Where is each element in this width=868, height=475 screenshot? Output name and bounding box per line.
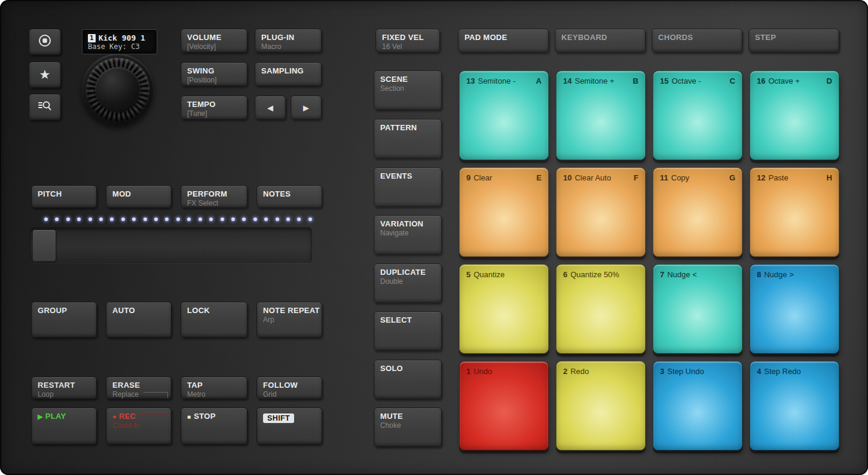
swing-sublabel: [Position] xyxy=(187,76,241,84)
mute-button[interactable]: MUTE Choke xyxy=(374,407,442,447)
pad-3-step-undo[interactable]: 3Step Undo xyxy=(653,361,742,451)
led-dot xyxy=(286,217,290,221)
solo-button[interactable]: SOLO xyxy=(374,360,442,399)
sampling-button[interactable]: SAMPLING xyxy=(255,62,322,86)
plugin-label: PLUG-IN xyxy=(261,33,315,42)
led-dot xyxy=(77,217,81,221)
note-repeat-sublabel: Arp xyxy=(263,315,316,324)
led-dot xyxy=(264,217,268,221)
pad-label: Semitone - xyxy=(478,76,515,85)
led-dot xyxy=(55,217,59,221)
record-sublabel: Count-In xyxy=(112,421,165,430)
pad-number: 14 xyxy=(563,76,571,85)
pad-label: Paste xyxy=(768,173,788,182)
events-button[interactable]: EVENTS xyxy=(374,167,442,207)
touch-strip[interactable] xyxy=(30,227,312,263)
volume-sublabel: [Velocity] xyxy=(187,42,241,51)
display-sound-name: Kick 909 1 xyxy=(99,33,145,42)
play-label: PLAY xyxy=(45,412,66,421)
pad-9-clear[interactable]: 9ClearE xyxy=(459,167,549,257)
keyboard-button[interactable]: KEYBOARD xyxy=(555,29,646,53)
product-photo-canvas: ★ 1Kick 909 1 Base Key: C3 VOLUME [Veloc… xyxy=(0,0,868,475)
pad-mode-button[interactable]: PAD MODE xyxy=(458,29,549,53)
keyboard-label: KEYBOARD xyxy=(561,33,639,42)
pad-6-quantize-50[interactable]: 6Quantize 50% xyxy=(556,264,646,354)
favorites-button[interactable]: ★ xyxy=(29,62,61,88)
pad-8-nudge-right[interactable]: 8Nudge > xyxy=(750,264,839,354)
follow-sublabel: Grid xyxy=(263,390,316,399)
group-button[interactable]: GROUP xyxy=(31,302,97,338)
touch-strip-handle[interactable] xyxy=(33,230,56,261)
pad-number: 9 xyxy=(466,173,470,182)
pad-7-nudge-left[interactable]: 7Nudge < xyxy=(653,264,742,354)
play-button[interactable]: ▶PLAY xyxy=(31,407,97,445)
display-slot-number: 1 xyxy=(88,34,96,42)
pad-16-octave-plus[interactable]: 16Octave +D xyxy=(750,71,839,160)
follow-button[interactable]: FOLLOW Grid xyxy=(256,376,322,399)
pad-letter: G xyxy=(729,173,735,182)
left-arrow-icon: ◀ xyxy=(267,103,273,112)
led-dot xyxy=(221,217,224,221)
pad-number: 1 xyxy=(466,367,470,376)
pitch-button[interactable]: PITCH xyxy=(31,185,97,208)
pad-14-semitone-plus[interactable]: 14Semitone +B xyxy=(556,71,646,160)
perform-button[interactable]: PERFORM FX Select xyxy=(181,185,247,208)
stop-button[interactable]: ■STOP xyxy=(181,407,247,445)
record-button[interactable]: ●REC Count-In xyxy=(106,407,172,445)
perform-label: PERFORM xyxy=(187,190,241,199)
pad-12-paste[interactable]: 12PasteH xyxy=(750,167,839,257)
erase-link-line xyxy=(143,392,168,398)
pad-15-octave-minus[interactable]: 15Octave -C xyxy=(653,71,742,160)
pad-11-copy[interactable]: 11CopyG xyxy=(653,167,742,257)
pad-5-quantize[interactable]: 5Quantize xyxy=(459,264,549,354)
lock-label: LOCK xyxy=(187,307,241,315)
pad-number: 13 xyxy=(466,76,475,85)
restart-button[interactable]: RESTART Loop xyxy=(31,376,97,399)
volume-button[interactable]: VOLUME [Velocity] xyxy=(181,29,247,53)
record-icon: ● xyxy=(112,413,117,421)
browser-button[interactable] xyxy=(29,94,61,120)
pad-13-semitone-minus[interactable]: 13Semitone -A xyxy=(459,71,549,160)
mod-button[interactable]: MOD xyxy=(106,185,172,208)
pad-2-redo[interactable]: 2Redo xyxy=(556,361,646,451)
tap-button[interactable]: TAP Metro xyxy=(181,376,247,399)
swing-label: SWING xyxy=(187,67,241,76)
fixed-vel-button[interactable]: FIXED VEL 16 Vel xyxy=(375,29,440,53)
left-arrow-button[interactable]: ◀ xyxy=(255,96,286,119)
project-button[interactable] xyxy=(29,29,61,55)
restart-sublabel: Loop xyxy=(38,390,90,399)
shift-button[interactable]: SHIFT xyxy=(256,407,322,445)
note-repeat-button[interactable]: NOTE REPEAT Arp xyxy=(256,302,322,338)
duplicate-label: DUPLICATE xyxy=(380,268,435,277)
note-repeat-label: NOTE REPEAT xyxy=(263,307,316,315)
pad-letter: A xyxy=(536,76,542,85)
right-arrow-button[interactable]: ▶ xyxy=(291,96,322,119)
pad-label: Undo xyxy=(473,367,492,376)
variation-button[interactable]: VARIATION Navigate xyxy=(374,215,442,255)
duplicate-button[interactable]: DUPLICATE Double xyxy=(374,263,442,303)
led-dot xyxy=(242,217,246,221)
tempo-button[interactable]: TEMPO [Tune] xyxy=(181,96,247,119)
select-button[interactable]: SELECT xyxy=(374,311,442,351)
concentric-circle-icon xyxy=(37,33,53,51)
encoder-knob[interactable] xyxy=(82,54,154,125)
knob-cap xyxy=(95,67,140,112)
erase-button[interactable]: ERASE Replace xyxy=(106,376,172,399)
lock-button[interactable]: LOCK xyxy=(181,302,247,338)
follow-label: FOLLOW xyxy=(263,381,316,390)
notes-button[interactable]: NOTES xyxy=(256,185,322,208)
record-label: REC xyxy=(119,412,136,421)
pad-1-undo[interactable]: 1Undo xyxy=(459,361,549,451)
plugin-button[interactable]: PLUG-IN Macro xyxy=(255,29,322,53)
pad-label: Step Undo xyxy=(667,367,704,376)
led-dot xyxy=(231,217,235,221)
auto-button[interactable]: AUTO xyxy=(106,302,172,338)
chords-button[interactable]: CHORDS xyxy=(652,29,742,53)
pattern-button[interactable]: PATTERN xyxy=(374,119,442,158)
swing-button[interactable]: SWING [Position] xyxy=(181,62,247,86)
pad-label: Octave - xyxy=(671,76,701,85)
pad-10-clear-auto[interactable]: 10Clear AutoF xyxy=(556,167,646,257)
scene-button[interactable]: SCENE Section xyxy=(374,71,442,110)
step-button[interactable]: STEP xyxy=(748,29,839,53)
pad-4-step-redo[interactable]: 4Step Redo xyxy=(750,361,839,451)
